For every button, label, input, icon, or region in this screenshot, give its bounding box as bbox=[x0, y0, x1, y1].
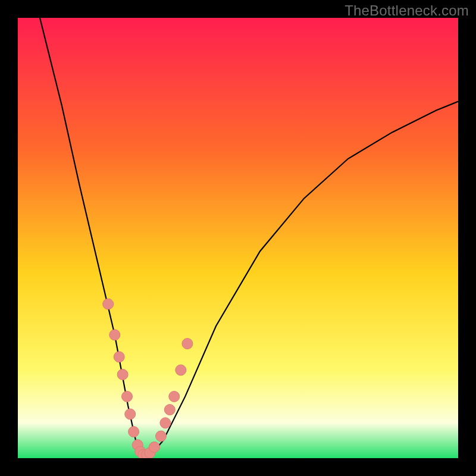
highlight-dot bbox=[117, 369, 128, 380]
highlight-dot bbox=[122, 391, 133, 402]
highlight-dot bbox=[160, 418, 171, 428]
highlight-dot bbox=[149, 442, 159, 453]
gradient-background bbox=[18, 18, 458, 458]
highlight-dot bbox=[103, 299, 114, 309]
highlight-dot bbox=[125, 409, 136, 419]
highlight-dot bbox=[164, 405, 175, 415]
highlight-dot bbox=[182, 339, 193, 349]
bottleneck-chart bbox=[18, 18, 458, 458]
watermark-text: TheBottleneck.com bbox=[345, 2, 469, 19]
highlight-dot bbox=[129, 427, 139, 437]
highlight-dot bbox=[169, 391, 180, 402]
highlight-dot bbox=[156, 431, 167, 441]
highlight-dot bbox=[176, 365, 186, 375]
highlight-dot bbox=[109, 330, 120, 340]
highlight-dot bbox=[114, 352, 124, 362]
